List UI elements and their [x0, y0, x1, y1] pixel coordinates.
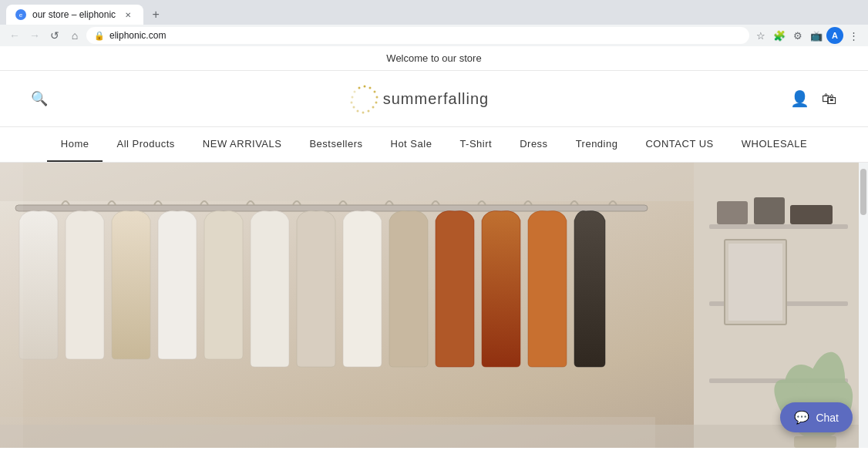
toolbar-right: ☆ 🧩 ⚙ 📺 A ⋮: [752, 27, 862, 44]
website-content: Welcome to our store 🔍: [0, 46, 868, 464]
svg-rect-18: [709, 224, 848, 229]
extensions-button[interactable]: 🧩: [771, 27, 788, 44]
header-left: 🔍: [31, 90, 48, 107]
announcement-text: Welcome to our store: [386, 52, 481, 64]
tab-favicon: e: [15, 9, 26, 20]
scrollbar-thumb[interactable]: [860, 169, 866, 215]
chat-label: Chat: [816, 412, 839, 424]
svg-point-7: [362, 112, 364, 114]
svg-point-4: [375, 102, 377, 104]
nav-item-contact-us[interactable]: CONTACT US: [631, 127, 727, 162]
search-icon[interactable]: 🔍: [31, 90, 48, 107]
svg-rect-21: [717, 201, 748, 224]
svg-point-10: [350, 102, 352, 104]
hero-image: [0, 163, 868, 448]
svg-point-1: [368, 87, 371, 89]
svg-point-5: [372, 106, 374, 109]
lock-icon: 🔒: [94, 31, 105, 41]
menu-button[interactable]: ⋮: [845, 27, 862, 44]
svg-rect-23: [790, 205, 833, 224]
url-display: eliphonic.com: [109, 30, 166, 41]
nav-item-hot-sale[interactable]: Hot Sale: [377, 127, 446, 162]
svg-point-9: [352, 106, 355, 109]
profile-avatar[interactable]: A: [826, 27, 843, 44]
browser-chrome: e our store – eliphonic ✕ + ← → ↺ ⌂ 🔒 el…: [0, 0, 868, 46]
nav-item-bestsellers[interactable]: Bestsellers: [295, 127, 376, 162]
browser-scrollbar[interactable]: [859, 163, 868, 448]
active-tab[interactable]: e our store – eliphonic ✕: [6, 5, 143, 25]
bookmark-button[interactable]: ☆: [752, 27, 769, 44]
svg-point-11: [351, 96, 353, 99]
nav-item-home[interactable]: Home: [47, 127, 103, 162]
svg-point-3: [375, 96, 378, 99]
svg-point-0: [363, 86, 365, 88]
tab-bar: e our store – eliphonic ✕ +: [0, 0, 868, 25]
nav-item-wholesale[interactable]: WHOLESALE: [728, 127, 821, 162]
tab-title: our store – eliphonic: [32, 9, 116, 20]
hero-section: 💬 Chat: [0, 163, 868, 448]
settings-icon[interactable]: ⚙: [789, 27, 806, 44]
site-header: 🔍: [0, 71, 868, 127]
svg-point-8: [356, 110, 358, 113]
address-bar[interactable]: 🔒 eliphonic.com: [86, 27, 749, 44]
logo-text: summerfalling: [383, 90, 489, 108]
account-icon[interactable]: 👤: [790, 89, 809, 108]
site-logo[interactable]: summerfalling: [349, 83, 489, 114]
svg-rect-22: [754, 197, 785, 224]
svg-point-12: [353, 91, 355, 93]
new-tab-button[interactable]: +: [146, 5, 165, 24]
chat-bubble-icon: 💬: [794, 410, 809, 425]
site-navigation: Home All Products NEW ARRIVALS Bestselle…: [0, 127, 868, 163]
nav-item-new-arrivals[interactable]: NEW ARRIVALS: [189, 127, 296, 162]
nav-item-tshirt[interactable]: T-Shirt: [446, 127, 506, 162]
cast-button[interactable]: 📺: [808, 27, 825, 44]
header-right: 👤 🛍: [790, 89, 837, 108]
cart-icon[interactable]: 🛍: [822, 90, 837, 108]
announcement-bar: Welcome to our store: [0, 46, 868, 71]
svg-rect-32: [0, 417, 655, 448]
nav-list: Home All Products NEW ARRIVALS Bestselle…: [0, 127, 868, 162]
back-button[interactable]: ←: [6, 27, 23, 44]
home-button[interactable]: ⌂: [66, 27, 83, 44]
logo-emblem: [349, 83, 380, 114]
forward-button[interactable]: →: [26, 27, 43, 44]
svg-point-6: [367, 110, 369, 113]
svg-point-2: [373, 91, 375, 93]
nav-item-all-products[interactable]: All Products: [103, 127, 188, 162]
reload-button[interactable]: ↺: [46, 27, 63, 44]
browser-toolbar: ← → ↺ ⌂ 🔒 eliphonic.com ☆ 🧩 ⚙ 📺 A ⋮: [0, 25, 868, 46]
svg-rect-30: [728, 244, 782, 321]
svg-point-13: [358, 87, 360, 89]
nav-item-dress[interactable]: Dress: [506, 127, 561, 162]
tab-close-button[interactable]: ✕: [122, 8, 134, 21]
shopify-chat-button[interactable]: 💬 Chat: [780, 402, 853, 432]
svg-rect-16: [15, 205, 648, 211]
nav-item-trending[interactable]: Trending: [562, 127, 632, 162]
svg-rect-33: [0, 163, 23, 448]
